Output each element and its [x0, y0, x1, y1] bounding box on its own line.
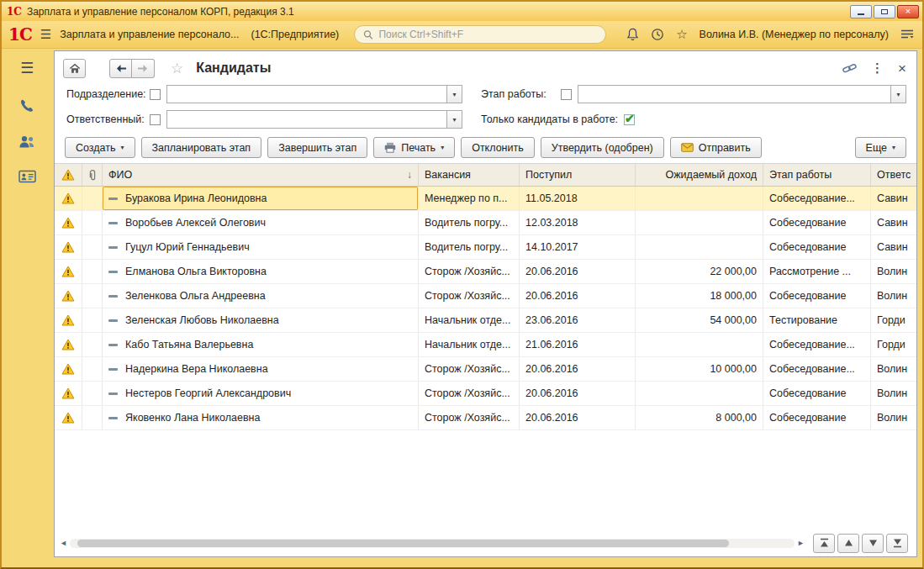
responsible-filter-input[interactable]: [167, 111, 446, 128]
close-window-button[interactable]: ×: [897, 5, 919, 18]
finish-stage-button[interactable]: Завершить этап: [267, 137, 367, 158]
back-button[interactable]: [109, 59, 132, 78]
table-row[interactable]: Зеленкова Ольга Андреевна Сторож /Хозяйс…: [55, 284, 916, 308]
candidates-form: ☆ Кандидаты ⋮ × Подразделение:: [54, 50, 917, 557]
forward-button[interactable]: [132, 59, 155, 78]
cell-stage: Собеседование...: [763, 333, 871, 356]
scrollbar-track[interactable]: [70, 539, 795, 548]
department-filter-checkbox[interactable]: [150, 89, 161, 100]
header-attachment[interactable]: [82, 164, 103, 186]
header-stage[interactable]: Этап работы: [763, 164, 871, 186]
get-link-button[interactable]: [842, 62, 857, 75]
candidate-state-icon: [108, 246, 118, 249]
cell-responsible: Савин: [871, 187, 916, 210]
plan-stage-button[interactable]: Запланировать этап: [141, 137, 262, 158]
responsible-filter-checkbox[interactable]: [150, 114, 161, 125]
create-button-label: Создать: [76, 142, 116, 154]
global-search[interactable]: [354, 25, 606, 44]
cell-fio: Нестеров Георгий Александрович: [103, 382, 419, 405]
printer-icon: [384, 142, 396, 153]
go-to-bottom-button[interactable]: [886, 534, 908, 553]
bottom-bar: ◄ ►: [55, 529, 916, 556]
horizontal-scrollbar[interactable]: ◄ ►: [60, 539, 805, 548]
create-button[interactable]: Создать ▾: [65, 137, 135, 158]
cell-income: [636, 382, 763, 405]
stage-filter-input[interactable]: [578, 86, 890, 103]
main-menu-button[interactable]: ☰: [40, 27, 51, 42]
search-input[interactable]: [378, 29, 597, 40]
header-vacancy[interactable]: Вакансия: [419, 164, 520, 186]
department-dropdown-button[interactable]: ▾: [446, 86, 462, 103]
header-received[interactable]: Поступил: [520, 164, 636, 186]
service-menu-button[interactable]: [900, 29, 914, 40]
home-button[interactable]: [63, 59, 86, 78]
warning-icon: [61, 241, 75, 253]
sidebar-item-candidates[interactable]: [18, 170, 36, 183]
table-row[interactable]: Елманова Ольга Викторовна Сторож /Хозяйс…: [55, 260, 916, 284]
approve-button[interactable]: Утвердить (одобрен): [541, 137, 664, 158]
notifications-button[interactable]: [626, 28, 639, 41]
warning-icon: [61, 192, 75, 204]
table-body: Буракова Ирина Леонидовна Менеджер по п.…: [55, 187, 916, 529]
header-responsible[interactable]: Ответс: [871, 164, 916, 186]
history-button[interactable]: [651, 28, 664, 41]
cell-attachment: [82, 308, 103, 332]
main-toolbar: 1С ☰ Зарплата и управление персонало...(…: [2, 21, 922, 49]
cell-responsible: Савин: [871, 211, 916, 234]
print-button[interactable]: Печать ▾: [373, 137, 455, 158]
add-to-favorites-star-icon[interactable]: ☆: [171, 60, 183, 77]
scroll-right-icon[interactable]: ►: [797, 539, 805, 547]
table-row[interactable]: Нестеров Георгий Александрович Сторож /Х…: [55, 382, 916, 406]
header-warning[interactable]: [55, 164, 82, 186]
minimize-button[interactable]: [850, 5, 872, 18]
candidates-table: ФИО ↓ Вакансия Поступил Ожидаемый доход …: [55, 163, 916, 529]
department-filter-input[interactable]: [167, 86, 446, 103]
cell-warning: [55, 284, 82, 308]
scrollbar-thumb[interactable]: [77, 540, 730, 547]
form-menu-button[interactable]: ⋮: [871, 61, 884, 76]
cell-received: 20.06.2016: [520, 357, 636, 381]
favorites-button[interactable]: ☆: [676, 27, 687, 42]
responsible-filter-combo[interactable]: ▾: [166, 110, 462, 129]
cell-vacancy: Менеджер по п...: [419, 187, 520, 210]
decline-button[interactable]: Отклонить: [461, 137, 535, 158]
current-user[interactable]: Волина И.В. (Менеджер по персоналу): [700, 29, 889, 40]
sidebar-item-calls[interactable]: [18, 97, 35, 114]
page-down-button[interactable]: [862, 534, 884, 553]
scroll-left-icon[interactable]: ◄: [60, 539, 67, 547]
cell-stage: Собеседование: [763, 382, 871, 405]
close-form-button[interactable]: ×: [898, 61, 906, 76]
table-row[interactable]: Кабо Татьяна Валерьевна Начальник отде..…: [55, 333, 916, 357]
table-row[interactable]: Воробьев Алексей Олегович Водитель погру…: [55, 211, 916, 235]
stage-filter-combo[interactable]: ▾: [578, 85, 906, 103]
responsible-dropdown-button[interactable]: ▾: [446, 111, 462, 128]
stage-dropdown-button[interactable]: ▾: [890, 86, 906, 103]
only-active-checkbox[interactable]: [624, 114, 635, 125]
sections-panel-button[interactable]: ☰: [20, 59, 34, 77]
warning-icon: [61, 339, 75, 350]
table-row[interactable]: Зеленская Любовь Николаевна Начальник от…: [55, 308, 916, 333]
table-row[interactable]: Буракова Ирина Леонидовна Менеджер по п.…: [55, 187, 916, 211]
maximize-button[interactable]: [874, 5, 895, 18]
stage-filter-checkbox[interactable]: [561, 89, 572, 100]
cell-responsible: Волин: [871, 260, 916, 283]
cell-fio: Воробьев Алексей Олегович: [103, 211, 419, 234]
filters: Подразделение: ▾ Этап работы: ▾: [55, 82, 916, 131]
cell-attachment: [82, 382, 103, 405]
send-button[interactable]: Отправить: [670, 137, 762, 158]
cell-vacancy: Начальник отде...: [419, 308, 520, 332]
filter-row-1: Подразделение: ▾ Этап работы: ▾: [66, 84, 906, 104]
header-income[interactable]: Ожидаемый доход: [636, 164, 763, 186]
header-fio[interactable]: ФИО ↓: [103, 164, 419, 186]
go-to-top-button[interactable]: [813, 534, 835, 553]
department-filter-combo[interactable]: ▾: [166, 85, 462, 103]
more-button[interactable]: Еще ▾: [855, 137, 906, 158]
table-row[interactable]: Яковенко Лана Николаевна Сторож /Хозяйс.…: [55, 406, 916, 430]
cell-fio-text: Буракова Ирина Леонидовна: [125, 192, 267, 204]
window-titlebar[interactable]: 1С Зарплата и управление персоналом КОРП…: [2, 2, 922, 21]
page-up-button[interactable]: [837, 534, 859, 553]
table-row[interactable]: Надеркина Вера Николаевна Сторож /Хозяйс…: [55, 357, 916, 382]
table-row[interactable]: Гуцул Юрий Геннадьевич Водитель погру...…: [55, 235, 916, 260]
cell-received: 20.06.2016: [520, 406, 636, 429]
sidebar-item-staff[interactable]: [18, 134, 36, 150]
